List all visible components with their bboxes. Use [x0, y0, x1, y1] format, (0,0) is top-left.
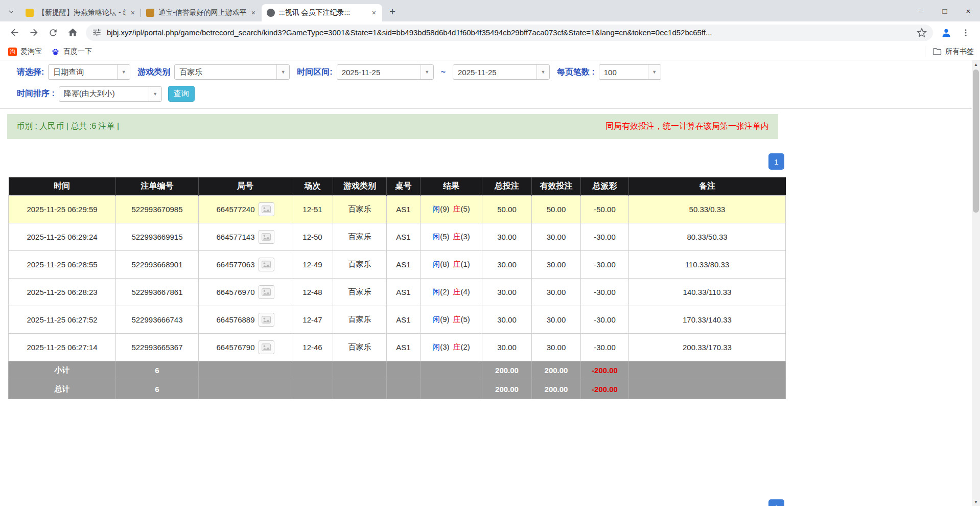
result-player-points: (3) — [440, 342, 449, 351]
all-bookmarks-button[interactable]: 所有书签 — [925, 46, 974, 57]
cell-round: 664576970 — [199, 278, 292, 306]
close-button[interactable]: × — [956, 0, 980, 21]
tab-close-icon[interactable]: × — [371, 9, 377, 17]
tab-tongbao[interactable]: 通宝-信誉最好的网上游戏平台 × — [141, 4, 262, 21]
pagination-page-1[interactable]: 1 — [768, 153, 784, 170]
round-result-image-button[interactable] — [259, 258, 274, 271]
cell-note: 80.33/50.33 — [629, 223, 786, 250]
sort-dropdown[interactable]: 降幂(由大到小) ▼ — [59, 86, 162, 102]
cell-session: 12-47 — [292, 306, 333, 333]
chevron-down-icon: ▼ — [536, 65, 549, 79]
tab-bet-records-active[interactable]: :::视讯 会员下注纪录::: × — [262, 4, 382, 21]
cell-payout: -30.00 — [581, 306, 629, 333]
cell-session: 12-49 — [292, 250, 333, 278]
result-banker-points: (5) — [461, 204, 470, 213]
total-label: 总计 — [9, 380, 116, 399]
subtotal-valid-bet: 200.00 — [532, 361, 581, 380]
browser-toolbar: bjbj.xyz/ipl/portal.php/game/betrecord_s… — [0, 21, 980, 43]
result-banker: 庄 — [453, 315, 461, 324]
round-result-image-button[interactable] — [259, 340, 274, 354]
round-result-image-button[interactable] — [259, 285, 274, 299]
subtotal-row: 小计 6 200.00 200.00 -200.00 — [9, 361, 786, 380]
scroll-up-arrow-icon[interactable]: ▲ — [972, 60, 980, 68]
game-type-dropdown[interactable]: 百家乐 ▼ — [174, 64, 290, 80]
total-total-bet: 200.00 — [482, 380, 532, 399]
result-banker-points: (4) — [461, 287, 470, 296]
total-valid-bet: 200.00 — [532, 380, 581, 399]
maximize-button[interactable]: □ — [933, 0, 956, 21]
per-page-label: 每页笔数 : — [557, 67, 595, 78]
address-bar[interactable]: bjbj.xyz/ipl/portal.php/game/betrecord_s… — [86, 25, 933, 41]
cell-game-type: 百家乐 — [333, 306, 387, 333]
cell-valid-bet: 30.00 — [532, 306, 581, 333]
tab-title: 【新提醒】海燕策略论坛 - 综合 — [38, 8, 126, 17]
round-result-image-button[interactable] — [259, 230, 274, 244]
result-player-points: (9) — [440, 315, 449, 324]
round-result-image-button[interactable] — [259, 313, 274, 327]
reload-button[interactable] — [44, 24, 62, 42]
baidu-paw-icon — [51, 48, 60, 56]
query-button[interactable]: 查询 — [168, 86, 195, 102]
folder-icon — [932, 47, 942, 56]
scroll-down-arrow-icon[interactable]: ▼ — [972, 498, 980, 506]
site-info-icon[interactable] — [92, 28, 102, 37]
tab-forum[interactable]: 【新提醒】海燕策略论坛 - 综合 × — [20, 4, 141, 21]
cell-note: 170.33/140.33 — [629, 306, 786, 333]
date-from-dropdown[interactable]: 2025-11-25 ▼ — [337, 64, 434, 80]
minimize-button[interactable]: – — [909, 0, 933, 21]
image-placeholder-icon — [262, 261, 271, 268]
cell-session: 12-50 — [292, 223, 333, 250]
cell-valid-bet: 30.00 — [532, 250, 581, 278]
browser-menu-button[interactable] — [956, 24, 975, 42]
vertical-scrollbar[interactable]: ▲ ▼ — [972, 60, 980, 506]
scrollbar-thumb[interactable] — [973, 70, 979, 213]
sort-value: 降幂(由大到小) — [59, 89, 149, 99]
select-label: 请选择: — [17, 67, 44, 78]
cell-total-bet: 30.00 — [482, 250, 532, 278]
new-tab-button[interactable]: + — [385, 5, 400, 19]
profile-button[interactable] — [937, 24, 955, 42]
cell-valid-bet: 50.00 — [532, 195, 581, 223]
col-header-note: 备注 — [629, 177, 786, 195]
table-row: 2025-11-25 06:29:24 522993669915 6645771… — [9, 223, 786, 250]
query-type-dropdown[interactable]: 日期查询 ▼ — [48, 64, 130, 80]
tab-title: :::视讯 会员下注纪录::: — [279, 8, 367, 17]
url-text[interactable]: bjbj.xyz/ipl/portal.php/game/betrecord_s… — [107, 28, 912, 37]
home-button[interactable] — [63, 24, 82, 42]
back-button[interactable] — [5, 24, 24, 42]
cell-time: 2025-11-25 06:29:24 — [9, 223, 116, 250]
cell-round: 664577063 — [199, 250, 292, 278]
cell-game-type: 百家乐 — [333, 250, 387, 278]
round-result-image-button[interactable] — [259, 202, 274, 216]
forward-button[interactable] — [25, 24, 43, 42]
pagination: 1 — [0, 153, 784, 170]
game-type-value: 百家乐 — [175, 67, 276, 77]
bookmark-star-icon[interactable] — [917, 28, 927, 38]
bookmark-taobao[interactable]: 淘 爱淘宝 — [6, 46, 44, 57]
tab-search-button[interactable] — [4, 5, 18, 19]
per-page-dropdown[interactable]: 100 ▼ — [599, 64, 661, 80]
tab-close-icon[interactable]: × — [130, 9, 136, 17]
cell-payout: -30.00 — [581, 223, 629, 250]
cell-game-type: 百家乐 — [333, 195, 387, 223]
date-to-dropdown[interactable]: 2025-11-25 ▼ — [453, 64, 550, 80]
cell-total-bet: 30.00 — [482, 278, 532, 306]
chevron-down-icon: ▼ — [421, 65, 433, 79]
chevron-down-icon: ▼ — [149, 87, 161, 101]
pagination-page-1-bottom[interactable]: 1 — [768, 499, 784, 506]
kebab-menu-icon — [961, 28, 970, 37]
result-player-points: (9) — [440, 204, 449, 213]
tab-close-icon[interactable]: × — [250, 9, 256, 17]
query-type-value: 日期查询 — [49, 67, 117, 77]
cell-round: 664577143 — [199, 223, 292, 250]
cell-round: 664577240 — [199, 195, 292, 223]
cell-session: 12-48 — [292, 278, 333, 306]
cell-valid-bet: 30.00 — [532, 223, 581, 250]
bookmark-baidu[interactable]: 百度一下 — [49, 46, 94, 57]
table-row: 2025-11-25 06:27:52 522993666743 6645768… — [9, 306, 786, 333]
col-header-payout: 总派彩 — [581, 177, 629, 195]
cell-table: AS1 — [387, 250, 421, 278]
bet-records-table: 时间 注单编号 局号 场次 游戏类别 桌号 结果 总投注 有效投注 总派彩 备注… — [8, 177, 786, 399]
result-banker: 庄 — [453, 204, 461, 213]
cell-total-bet: 30.00 — [482, 306, 532, 333]
